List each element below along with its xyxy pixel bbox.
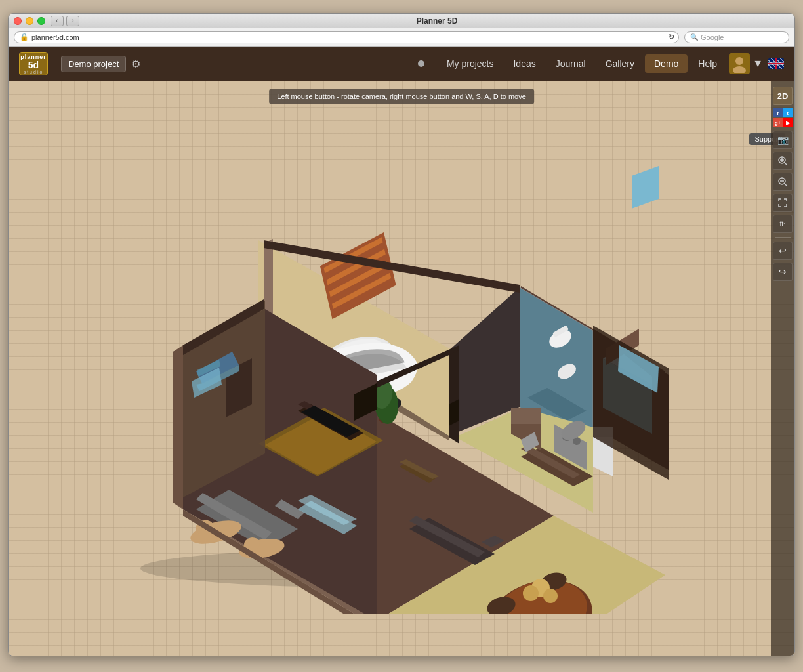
twitter-button[interactable]: t (783, 108, 793, 117)
svg-point-73 (523, 585, 539, 601)
search-icon: 🔍 (690, 33, 698, 41)
svg-line-101 (785, 184, 787, 186)
house-3d-view (94, 122, 685, 614)
app-container: planner 5d studio Demo project ⚙ My proj… (9, 47, 794, 656)
logo-text-main: 5d (28, 60, 39, 70)
zoom-in-button[interactable] (773, 152, 793, 170)
search-bar[interactable]: 🔍 Google (684, 32, 789, 43)
minimize-button[interactable] (26, 17, 33, 25)
undo-button[interactable]: ↩ (773, 242, 793, 260)
nav-gallery[interactable]: Gallery (596, 54, 644, 73)
svg-point-74 (543, 589, 558, 603)
refresh-icon[interactable]: ↻ (669, 33, 674, 41)
units-button[interactable]: ft² (773, 215, 793, 233)
nav-demo[interactable]: Demo (645, 54, 688, 73)
svg-point-0 (735, 57, 743, 65)
address-input[interactable]: 🔒 planner5d.com ↻ (14, 32, 679, 43)
browser-nav: ‹ › (51, 16, 79, 26)
google-plus-button[interactable]: g+ (773, 118, 783, 127)
settings-gear-icon[interactable]: ⚙ (131, 58, 140, 70)
zoom-out-button[interactable] (773, 173, 793, 191)
search-placeholder: Google (701, 33, 724, 41)
redo-button[interactable]: ↪ (773, 262, 793, 281)
social-buttons: f t g+ ▶ (773, 108, 793, 127)
nav-help[interactable]: Help (689, 54, 726, 73)
window-title: Planner 5D (85, 16, 789, 26)
maximize-button[interactable] (37, 17, 45, 25)
nav-my-projects[interactable]: My projects (438, 54, 503, 73)
fullscreen-button[interactable] (773, 194, 793, 212)
youtube-button[interactable]: ▶ (783, 118, 793, 127)
svg-line-97 (785, 163, 787, 165)
social-row-1: f t (773, 108, 793, 117)
nav-journal[interactable]: Journal (546, 54, 595, 73)
mode-2d-button[interactable]: 2D (773, 87, 793, 105)
svg-marker-84 (449, 345, 459, 444)
window-controls (14, 17, 45, 25)
screenshot-button[interactable]: 📷 (773, 131, 793, 149)
lock-icon: 🔒 (20, 33, 29, 41)
logo-text-top: planner (20, 54, 47, 60)
separator (775, 237, 791, 238)
forward-button[interactable]: › (66, 16, 79, 26)
facebook-button[interactable]: f (773, 108, 783, 117)
svg-marker-63 (511, 408, 541, 424)
nav-ideas[interactable]: Ideas (504, 54, 545, 73)
nav-dot (418, 60, 424, 67)
address-text: planner5d.com (31, 33, 79, 41)
logo-box: planner 5d studio (19, 52, 48, 75)
logo[interactable]: planner 5d studio (19, 52, 48, 75)
back-button[interactable]: ‹ (51, 16, 64, 26)
main-viewport[interactable]: Left mouse button - rotate camera, right… (9, 81, 794, 656)
user-avatar[interactable] (729, 53, 750, 74)
uk-flag-icon[interactable] (768, 58, 784, 69)
svg-point-1 (733, 66, 746, 73)
svg-marker-9 (173, 345, 183, 509)
title-bar: ‹ › Planner 5D (9, 14, 794, 28)
social-row-2: g+ ▶ (773, 118, 793, 127)
top-nav: planner 5d studio Demo project ⚙ My proj… (9, 47, 794, 81)
floor-plan-svg (94, 122, 685, 614)
dropdown-arrow-icon[interactable]: ▼ (752, 58, 763, 70)
window-frame: ‹ › Planner 5D 🔒 planner5d.com ↻ 🔍 Googl… (8, 13, 795, 656)
right-toolbar: 2D f t g+ ▶ 📷 (771, 81, 794, 656)
logo-text-sub: studio (24, 70, 44, 74)
address-bar: 🔒 planner5d.com ↻ 🔍 Google (9, 28, 794, 47)
close-button[interactable] (14, 17, 22, 25)
svg-rect-35 (632, 166, 659, 209)
project-name[interactable]: Demo project (61, 56, 126, 72)
nav-links: My projects Ideas Journal Gallery Demo H… (438, 54, 726, 73)
